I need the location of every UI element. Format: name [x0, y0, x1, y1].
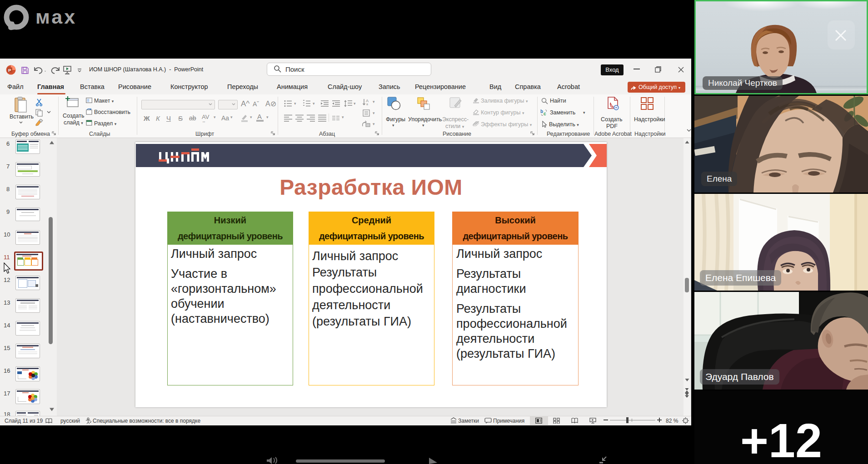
svg-text:я: я [366, 103, 368, 106]
svg-text:b: b [540, 109, 543, 114]
svg-text:c: c [544, 111, 546, 116]
svg-text:P: P [8, 68, 11, 73]
svg-text:мах: мах [35, 6, 77, 28]
